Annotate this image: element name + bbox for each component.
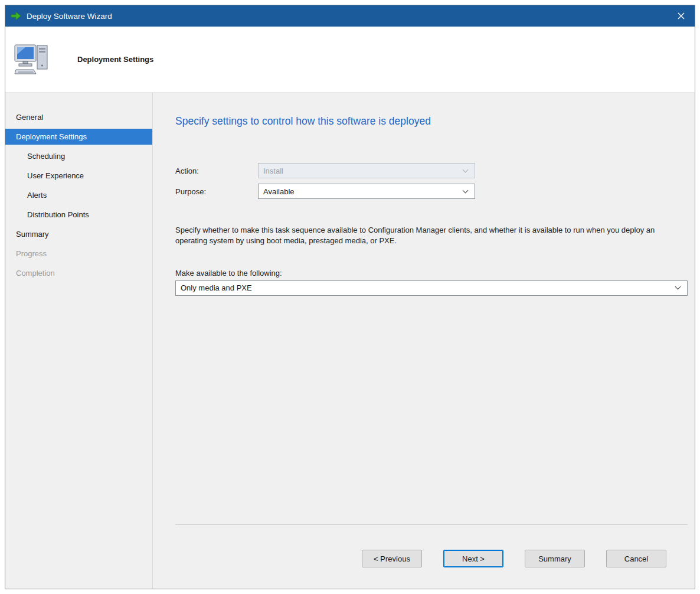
footer-buttons: < Previous Next > Summary Cancel: [175, 550, 688, 567]
action-label: Action:: [175, 167, 258, 175]
step-general: General: [5, 109, 152, 125]
wizard-body: General Deployment Settings Scheduling U…: [5, 93, 695, 589]
content-heading: Specify settings to control how this sof…: [175, 115, 688, 128]
wizard-header: Deployment Settings: [5, 27, 695, 93]
action-select: Install: [258, 163, 475, 178]
purpose-field: Purpose: Available: [175, 184, 688, 199]
content-panel: Specify settings to control how this sof…: [153, 93, 695, 589]
wizard-steps-sidebar: General Deployment Settings Scheduling U…: [5, 93, 153, 589]
cancel-button[interactable]: Cancel: [606, 550, 666, 567]
step-user-experience: User Experience: [5, 168, 152, 184]
step-alerts: Alerts: [5, 187, 152, 203]
deploy-software-wizard-window: Deploy Software Wizard: [5, 5, 695, 589]
make-available-value: Only media and PXE: [181, 283, 252, 292]
step-deployment-settings: Deployment Settings: [5, 129, 152, 145]
summary-button[interactable]: Summary: [525, 550, 585, 567]
next-button[interactable]: Next >: [443, 550, 503, 567]
page-title: Deployment Settings: [77, 55, 153, 64]
step-summary: Summary: [5, 226, 152, 242]
previous-button[interactable]: < Previous: [362, 550, 422, 567]
titlebar[interactable]: Deploy Software Wizard: [5, 5, 695, 27]
chevron-down-icon: [463, 167, 469, 172]
purpose-label: Purpose:: [175, 187, 258, 196]
action-field: Action: Install: [175, 163, 688, 178]
chevron-down-icon: [463, 187, 469, 193]
close-button[interactable]: [668, 5, 695, 27]
step-scheduling: Scheduling: [5, 148, 152, 164]
wizard-arrow-icon: [11, 11, 21, 21]
close-icon: [678, 12, 685, 19]
content-main: Specify settings to control how this sof…: [175, 93, 688, 524]
chevron-down-icon: [675, 284, 681, 290]
purpose-select[interactable]: Available: [258, 184, 475, 199]
make-available-select[interactable]: Only media and PXE: [175, 280, 688, 296]
action-value: Install: [263, 167, 283, 175]
step-progress: Progress: [5, 246, 152, 262]
step-completion: Completion: [5, 265, 152, 281]
computer-icon: [14, 44, 50, 76]
purpose-value: Available: [263, 187, 295, 196]
make-available-label: Make available to the following:: [175, 269, 688, 278]
footer-bar: < Previous Next > Summary Cancel: [175, 524, 688, 589]
description-text: Specify whether to make this task sequen…: [175, 225, 668, 247]
step-distribution-points: Distribution Points: [5, 207, 152, 223]
window-title: Deploy Software Wizard: [27, 12, 668, 21]
